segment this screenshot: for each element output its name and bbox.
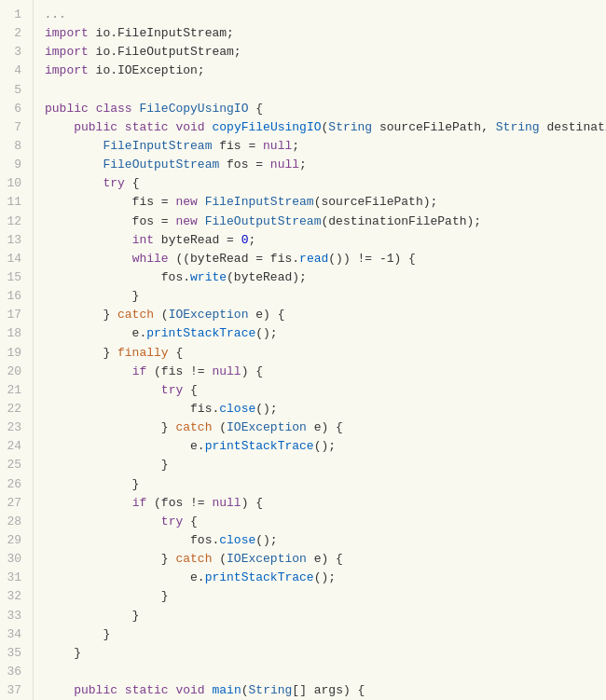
token-plain: {	[169, 346, 184, 360]
token-plain	[45, 176, 103, 190]
token-kw: import	[45, 26, 89, 40]
token-plain	[45, 364, 132, 378]
token-plain: (fos !=	[146, 496, 212, 510]
token-plain: io.IOException;	[89, 63, 205, 77]
token-plain: }	[45, 609, 139, 623]
token-method: close	[219, 533, 255, 547]
code-line: }	[45, 456, 606, 474]
token-plain: byteRead =	[154, 233, 241, 247]
code-line: try {	[45, 513, 606, 531]
line-number: 21	[0, 381, 27, 400]
code-line: e.printStackTrace();	[45, 324, 606, 343]
code-line: import io.FileInputStream;	[45, 24, 606, 43]
line-number: 7	[0, 118, 27, 137]
token-plain	[45, 496, 132, 510]
token-kw: try	[161, 383, 183, 397]
token-plain	[45, 252, 132, 266]
token-plain	[45, 515, 161, 528]
token-kw: if	[132, 496, 147, 510]
code-line: try {	[45, 174, 606, 193]
line-number: 30	[0, 550, 27, 569]
code-line: } catch (IOException e) {	[45, 419, 606, 437]
token-plain: {	[183, 515, 198, 528]
token-kw: void	[175, 683, 204, 697]
token-plain	[205, 120, 213, 134]
code-line: int byteRead = 0;	[45, 231, 606, 250]
token-plain	[45, 683, 74, 697]
token-type: FileInputStream	[103, 139, 212, 153]
token-plain: e) {	[307, 552, 343, 566]
token-method: main	[213, 683, 241, 697]
line-number: 29	[0, 531, 27, 550]
token-plain: ();	[255, 326, 277, 340]
line-number: 8	[0, 137, 27, 156]
token-plain: [] args) {	[292, 683, 365, 697]
token-kw: import	[45, 45, 89, 59]
line-number: 11	[0, 193, 27, 212]
token-kw: new	[175, 214, 197, 228]
token-method: printStackTrace	[205, 439, 314, 453]
token-plain: sourceFilePath,	[372, 120, 496, 134]
line-number: 17	[0, 306, 27, 324]
line-number: 5	[0, 81, 27, 100]
token-plain	[205, 683, 213, 697]
token-type: IOException	[169, 308, 249, 322]
token-kw: class	[96, 102, 132, 116]
token-plain	[45, 158, 103, 172]
token-plain	[45, 233, 132, 247]
token-plain: ) {	[241, 496, 263, 510]
line-number: 1	[0, 6, 27, 24]
token-plain: e.	[45, 326, 146, 340]
line-number: 16	[0, 287, 27, 306]
token-method: write	[190, 270, 227, 284]
code-line: fos = new FileOutputStream(destinationFi…	[45, 213, 606, 231]
token-plain: fis =	[45, 195, 175, 209]
token-type: FileOutputStream	[103, 158, 219, 172]
token-plain: (fis !=	[146, 364, 212, 378]
code-container: 1234567891011121314151617181920212223242…	[0, 0, 606, 700]
token-comment: ...	[45, 7, 66, 21]
token-kw2: catch	[175, 552, 212, 566]
code-line: }	[45, 587, 606, 606]
token-plain: ;	[248, 233, 255, 247]
code-line: public static void main(String[] args) {	[45, 681, 606, 700]
token-plain: }	[45, 627, 110, 641]
code-line: fis.close();	[45, 400, 606, 419]
token-plain: ) {	[241, 364, 263, 378]
line-number: 34	[0, 625, 27, 644]
token-kw: public	[74, 683, 117, 697]
line-number: 9	[0, 156, 27, 174]
token-plain: (	[212, 552, 227, 566]
token-kw: if	[132, 364, 147, 378]
line-number: 22	[0, 400, 27, 419]
token-plain: (	[154, 308, 169, 322]
line-number: 10	[0, 174, 27, 193]
token-kw2: finally	[117, 346, 169, 360]
code-line: }	[45, 475, 606, 494]
code-area[interactable]: ...import io.FileInputStream;import io.F…	[34, 0, 606, 700]
token-plain: }	[45, 289, 139, 303]
token-plain: e.	[45, 570, 205, 584]
code-line: fis = new FileInputStream(sourceFilePath…	[45, 193, 606, 212]
token-type: FileInputStream	[205, 195, 314, 209]
token-plain	[198, 214, 205, 228]
token-plain: ();	[314, 570, 336, 584]
line-number: 32	[0, 587, 27, 606]
token-type: IOException	[227, 552, 307, 566]
token-kw: null	[212, 364, 241, 378]
token-plain: fis.	[45, 402, 219, 416]
token-kw: import	[45, 63, 89, 77]
token-plain: }	[45, 308, 117, 322]
token-plain: fis =	[212, 139, 263, 153]
token-method: printStackTrace	[146, 326, 255, 340]
token-kw: try	[161, 515, 183, 528]
line-number: 6	[0, 100, 27, 118]
code-line: } catch (IOException e) {	[45, 550, 606, 569]
code-line: while ((byteRead = fis.read()) != -1) {	[45, 250, 606, 268]
code-line: fos.close();	[45, 531, 606, 550]
line-number: 18	[0, 324, 27, 343]
line-number: 37	[0, 681, 27, 700]
token-plain	[45, 139, 103, 153]
line-number: 28	[0, 513, 27, 531]
token-kw: static	[125, 683, 169, 697]
